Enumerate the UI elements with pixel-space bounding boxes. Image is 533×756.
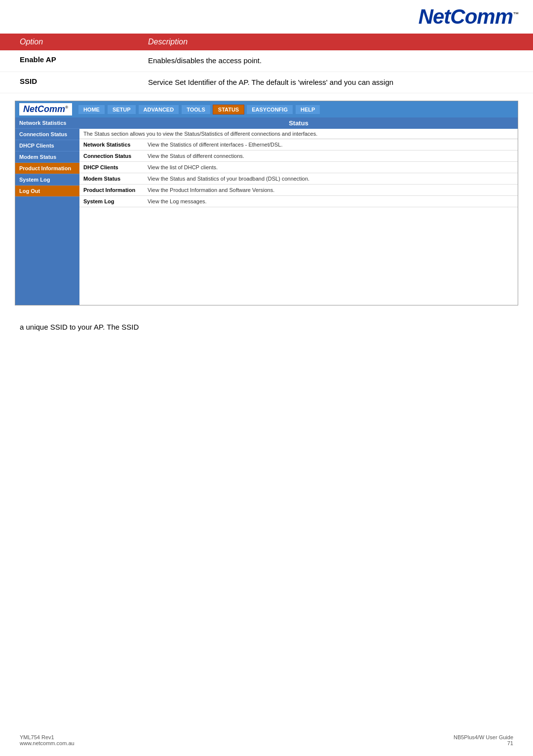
table-row: Product Information View the Product Inf… <box>79 185 518 196</box>
doc-row-enable-ap: Enable AP Enables/disables the access po… <box>0 50 533 72</box>
footer-left: YML754 Rev1 www.netcomm.com.au <box>20 734 75 746</box>
doc-row-ssid: SSID Service Set Identifier of the AP. T… <box>0 72 533 94</box>
option-enable-ap: Enable AP <box>0 55 138 67</box>
sidebar-item-modem-status[interactable]: Modem Status <box>15 151 79 163</box>
top-logo-section: NetComm™ <box>0 0 533 34</box>
item-name-product-information: Product Information <box>79 185 144 196</box>
table-row: Network Statistics View the Statistics o… <box>79 139 518 151</box>
footer-page-number: 71 <box>454 740 513 746</box>
netcomm-logo: NetComm™ <box>419 5 518 29</box>
item-desc-network-statistics: View the Statistics of different interfa… <box>144 139 518 151</box>
main-status-description: The Status section allows you to view th… <box>79 129 518 139</box>
table-row: Modem Status View the Status and Statist… <box>79 173 518 185</box>
item-name-system-log: System Log <box>79 196 144 207</box>
table-row: DHCP Clients View the list of DHCP clien… <box>79 162 518 173</box>
item-desc-product-information: View the Product Information and Softwar… <box>144 185 518 196</box>
table-row: Connection Status View the Status of dif… <box>79 151 518 162</box>
footer-guide-title: NB5Plus4/W User Guide <box>454 734 513 740</box>
sidebar-item-log-out[interactable]: Log Out <box>15 186 79 197</box>
item-desc-system-log: View the Log messages. <box>144 196 518 207</box>
nav-setup[interactable]: SETUP <box>107 105 136 114</box>
nav-advanced[interactable]: ADVANCED <box>138 105 180 114</box>
sidebar-item-system-log[interactable]: System Log <box>15 174 79 186</box>
item-desc-modem-status: View the Status and Statistics of your b… <box>144 173 518 185</box>
router-logo-text: NetComm <box>23 104 65 114</box>
router-body: Network Statistics Connection Status DHC… <box>15 117 518 305</box>
router-logo-reg: ® <box>65 105 68 110</box>
table-row: System Log View the Log messages. <box>79 196 518 207</box>
router-ui-screenshot: NetComm® HOME SETUP ADVANCED TOOLS STATU… <box>15 101 518 305</box>
sidebar-item-dhcp-clients[interactable]: DHCP Clients <box>15 140 79 151</box>
option-ssid: SSID <box>0 77 138 88</box>
main-status-header: Status <box>79 117 518 129</box>
item-name-network-statistics: Network Statistics <box>79 139 144 151</box>
item-desc-dhcp-clients: View the list of DHCP clients. <box>144 162 518 173</box>
item-name-modem-status: Modem Status <box>79 173 144 185</box>
nav-home[interactable]: HOME <box>78 105 105 114</box>
router-navbar: NetComm® HOME SETUP ADVANCED TOOLS STATU… <box>15 101 518 117</box>
bottom-paragraph-text: a unique SSID to your AP. The SSID <box>0 313 533 336</box>
router-sidebar: Network Statistics Connection Status DHC… <box>15 117 79 305</box>
nav-tools[interactable]: TOOLS <box>181 105 211 114</box>
sidebar-item-product-information[interactable]: Product Information <box>15 163 79 174</box>
sidebar-item-connection-status[interactable]: Connection Status <box>15 129 79 140</box>
item-desc-connection-status: View the Status of different connections… <box>144 151 518 162</box>
item-name-connection-status: Connection Status <box>79 151 144 162</box>
desc-ssid: Service Set Identifier of the AP. The de… <box>138 77 533 88</box>
router-logo: NetComm® <box>19 103 72 115</box>
bottom-text-content: a unique SSID to your AP. The SSID <box>20 323 139 331</box>
status-items-table: Network Statistics View the Statistics o… <box>79 139 518 207</box>
nav-help[interactable]: HELP <box>295 105 320 114</box>
col-option-header: Option <box>0 38 138 46</box>
footer-website: www.netcomm.com.au <box>20 740 75 746</box>
page-footer: YML754 Rev1 www.netcomm.com.au NB5Plus4/… <box>20 734 513 746</box>
desc-enable-ap: Enables/disables the access point. <box>138 55 533 67</box>
footer-right: NB5Plus4/W User Guide 71 <box>454 734 513 746</box>
footer-doc-ref: YML754 Rev1 <box>20 734 75 740</box>
col-description-header: Description <box>138 38 533 46</box>
nav-easyconfig[interactable]: EASYCONFIG <box>246 105 293 114</box>
nav-status[interactable]: STATUS <box>213 105 244 114</box>
router-main-content: Status The Status section allows you to … <box>79 117 518 305</box>
sidebar-item-network-statistics[interactable]: Network Statistics <box>15 117 79 129</box>
doc-table-header: Option Description <box>0 34 533 50</box>
logo-text: NetComm™ <box>419 5 518 29</box>
item-name-dhcp-clients: DHCP Clients <box>79 162 144 173</box>
